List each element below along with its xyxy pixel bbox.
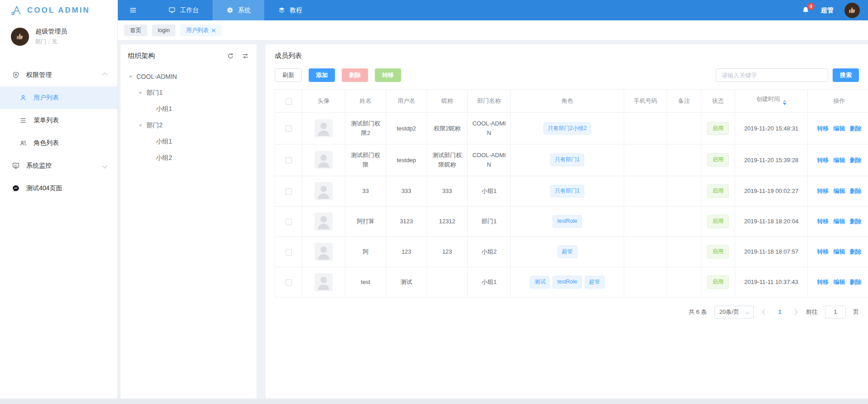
tree-node-root[interactable]: COOL-ADMIN <box>128 68 249 85</box>
refresh-button[interactable]: 刷新 <box>275 68 302 82</box>
prev-page-button[interactable] <box>761 310 768 314</box>
row-checkbox[interactable] <box>286 125 292 132</box>
thumbs-up-icon <box>14 31 26 43</box>
next-page-button[interactable] <box>791 310 799 314</box>
role-tag: 只有部门2小组2 <box>543 122 591 135</box>
sidebar-item-test-404[interactable]: 测试404页面 <box>0 177 117 200</box>
col-name: 姓名 <box>345 90 386 113</box>
role-tag: 超管 <box>585 276 605 289</box>
transfer-link[interactable]: 转移 <box>817 188 829 194</box>
tree-node-dept1[interactable]: 部门1 <box>128 85 249 101</box>
edit-link[interactable]: 编辑 <box>834 248 845 255</box>
select-all-checkbox[interactable] <box>286 98 292 105</box>
user-avatar[interactable] <box>844 3 860 18</box>
close-icon[interactable] <box>212 29 216 33</box>
tag-home[interactable]: 首页 <box>124 24 147 36</box>
cell-nickname: 123 <box>427 236 468 267</box>
search-input[interactable] <box>716 68 828 82</box>
user-avatar[interactable] <box>11 28 29 46</box>
transfer-link[interactable]: 转移 <box>817 218 829 225</box>
delete-link[interactable]: 删除 <box>850 248 862 255</box>
edit-link[interactable]: 编辑 <box>834 188 845 194</box>
page-number[interactable]: 1 <box>776 308 784 315</box>
edit-link[interactable]: 编辑 <box>834 279 845 285</box>
cell-nickname: 测试部门权限昵称 <box>427 144 468 176</box>
goto-page-input[interactable] <box>825 306 846 318</box>
hamburger-icon[interactable] <box>118 0 146 20</box>
cell-nickname: 12312 <box>427 206 468 236</box>
avatar-placeholder-icon <box>315 182 333 200</box>
chevron-down-icon <box>102 163 107 168</box>
sidebar-item-system-monitor[interactable]: 系统监控 <box>0 154 117 177</box>
row-checkbox[interactable] <box>286 279 292 286</box>
chat-bubble-icon <box>12 184 20 192</box>
table-row: 阿打算 3123 12312 部门1 testRole 启用 2019-11-1… <box>275 206 868 236</box>
cell-remark <box>667 144 701 176</box>
avatar-placeholder-icon <box>315 119 333 137</box>
tab-tutorial[interactable]: 教程 <box>264 0 316 20</box>
sort-icon[interactable] <box>783 98 786 107</box>
row-checkbox[interactable] <box>286 157 292 164</box>
sliders-icon[interactable] <box>242 52 249 60</box>
sidebar-item-menu-list[interactable]: 菜单列表 <box>0 109 117 132</box>
transfer-link[interactable]: 转移 <box>817 279 829 285</box>
delete-link[interactable]: 删除 <box>850 125 862 132</box>
cell-phone <box>624 236 667 267</box>
delete-button[interactable]: 删除 <box>342 68 368 82</box>
delete-link[interactable]: 删除 <box>850 188 862 194</box>
users-icon <box>19 139 27 147</box>
sidebar-item-label: 系统监控 <box>26 162 52 170</box>
role-tag: testRole <box>553 215 582 228</box>
add-button[interactable]: 添加 <box>309 68 335 82</box>
cell-phone <box>624 176 667 206</box>
org-panel-title: 组织架构 <box>128 52 155 60</box>
row-checkbox[interactable] <box>286 219 292 225</box>
tab-workbench[interactable]: 工作台 <box>155 0 213 20</box>
transfer-button[interactable]: 转移 <box>375 68 401 82</box>
sidebar-item-permissions[interactable]: 权限管理 <box>0 64 117 87</box>
tree-node-dept1-group1[interactable]: 小组1 <box>128 101 249 117</box>
tab-label: 系统 <box>238 6 251 14</box>
notifications-button[interactable]: 4 <box>801 6 810 14</box>
row-checkbox[interactable] <box>286 249 292 255</box>
edit-link[interactable]: 编辑 <box>834 125 845 132</box>
status-badge: 启用 <box>707 275 729 289</box>
col-roles: 角色 <box>511 90 624 113</box>
transfer-link[interactable]: 转移 <box>817 125 829 132</box>
cell-roles: testRole <box>511 206 624 236</box>
transfer-link[interactable]: 转移 <box>817 248 829 255</box>
cell-nickname <box>427 267 468 297</box>
row-checkbox[interactable] <box>286 188 292 195</box>
cell-department: 小组1 <box>468 267 511 297</box>
user-icon <box>19 94 27 102</box>
edit-link[interactable]: 编辑 <box>834 157 845 164</box>
tab-system[interactable]: 系统 <box>213 0 264 20</box>
refresh-icon[interactable] <box>227 52 234 60</box>
edit-link[interactable]: 编辑 <box>834 218 845 225</box>
status-badge: 启用 <box>707 122 729 135</box>
page-size-select[interactable]: 20条/页 <box>714 306 754 318</box>
avatar-placeholder-icon <box>315 212 333 231</box>
logo[interactable]: COOL ADMIN <box>0 0 117 20</box>
cell-username: 333 <box>386 176 427 206</box>
tree-node-dept2[interactable]: 部门2 <box>128 117 249 134</box>
status-badge: 启用 <box>707 245 729 259</box>
transfer-link[interactable]: 转移 <box>817 157 829 164</box>
tree-node-dept2-group1[interactable]: 小组1 <box>128 134 249 150</box>
tag-user-list[interactable]: 用户列表 <box>180 24 222 36</box>
page-unit: 页 <box>853 308 859 316</box>
logo-icon <box>10 4 23 17</box>
delete-link[interactable]: 删除 <box>850 157 862 164</box>
search-button[interactable]: 搜索 <box>833 68 859 82</box>
sidebar-user-name: 超级管理员 <box>35 28 67 36</box>
delete-link[interactable]: 删除 <box>850 279 862 285</box>
tree-node-dept2-group2[interactable]: 小组2 <box>128 150 249 166</box>
cell-roles: 测试testRole超管 <box>511 267 624 297</box>
sidebar: COOL ADMIN 超级管理员 部门：无 权限管理 用户列表 <box>0 0 118 404</box>
sidebar-item-role-list[interactable]: 角色列表 <box>0 132 117 154</box>
cell-phone <box>624 267 667 297</box>
cell-username: testdep <box>386 144 427 176</box>
tag-login[interactable]: login <box>152 24 175 36</box>
sidebar-item-user-list[interactable]: 用户列表 <box>0 87 117 109</box>
delete-link[interactable]: 删除 <box>850 218 862 225</box>
